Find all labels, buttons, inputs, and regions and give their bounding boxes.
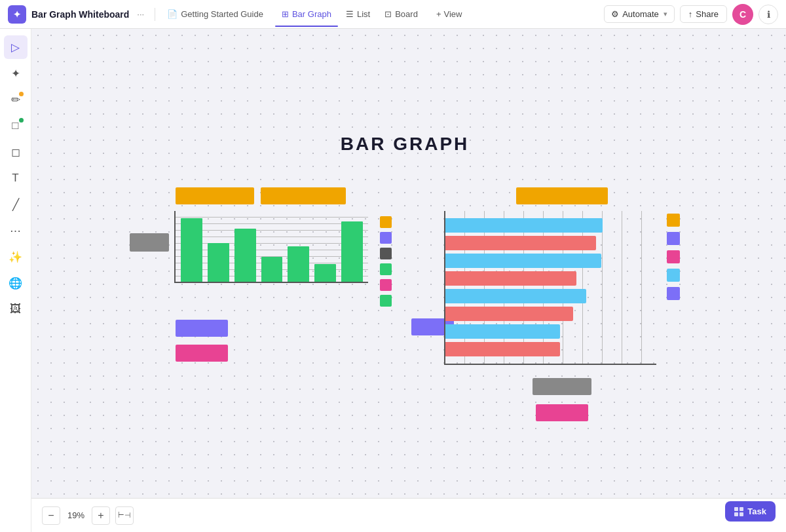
pink-label [176,345,228,362]
below-right-labels [444,378,680,421]
hbar-red-1 [445,236,596,250]
purple-label [176,320,228,337]
hbar-row-5 [445,289,656,303]
pen-tool[interactable]: ✏ [4,88,28,111]
automate-button[interactable]: ⚙ Automate ▾ [604,5,675,23]
right-chart-legend [667,214,680,300]
legend-color-purple [380,232,392,244]
board-tab-icon: ⊡ [384,9,392,19]
topbar-right: ⚙ Automate ▾ ↑ Share C ℹ [604,4,778,25]
rlegend-blue [667,269,680,282]
text-tool[interactable]: T [4,166,28,190]
legend-color-green [380,263,392,275]
hbar-red-4 [445,342,560,356]
orange-label-right [444,187,680,204]
legend-color-green2 [380,295,392,307]
image-tool[interactable]: 🖼 [4,297,28,321]
dropdown-icon: ▾ [664,10,667,18]
hbar-red-2 [445,271,576,286]
horizontal-bar-chart [444,187,680,421]
topbar: ✦ Bar Graph Whiteboard ··· 📄 Getting Sta… [0,0,786,29]
legend-item-2 [380,232,392,244]
hbar-chart [444,211,656,365]
hbar-row-4 [445,271,656,286]
line-tool[interactable]: ╱ [4,193,28,216]
shape-tool[interactable]: □ [4,114,28,138]
zoom-percentage: 19% [66,510,86,520]
list-tab-icon: ☰ [346,9,354,19]
share-icon: ↑ [688,9,693,19]
shape-tool-dot [19,118,24,123]
zoom-fit-button[interactable]: ⊢⊣ [115,506,134,525]
tab-bar-graph[interactable]: ⊞ Bar Graph [275,5,338,23]
info-button[interactable]: ℹ [758,5,778,24]
hbar-row-8 [445,342,656,356]
zoom-out-button[interactable]: − [42,506,60,525]
rlegend-purple2 [667,287,680,300]
info-icon: ℹ [767,9,770,20]
hbar-row-3 [445,254,656,268]
app-logo[interactable]: ✦ [8,5,26,24]
doc-label: Getting Started Guide [181,9,263,19]
zoom-in-button[interactable]: + [92,506,110,525]
task-grid-icon [734,507,743,516]
view-plus-icon: + [436,9,441,19]
board-tab-label: Board [395,9,418,19]
legend-item-4 [380,263,392,275]
orange-labels-row [130,187,392,204]
rlegend-purple [667,232,680,245]
more-options-button[interactable]: ··· [134,8,147,20]
hbar-red-3 [445,307,573,321]
task-button[interactable]: Task [725,501,776,522]
bar-chart-vertical [174,211,368,283]
vertical-bar-chart [130,187,392,362]
tab-board[interactable]: ⊡ Board [378,5,424,23]
hbar-blue-1 [445,218,603,233]
cursor-tool[interactable]: ▷ [4,35,28,59]
canvas-area[interactable]: BAR GRAPH [31,29,786,532]
bar-6 [314,264,336,282]
legend-item-5 [380,279,392,291]
legend-item-3 [380,248,392,259]
orange-label-1 [176,187,254,204]
ai-tool[interactable]: ✨ [4,245,28,269]
bar-3 [234,229,256,282]
tab-list[interactable]: ☰ List [339,5,377,23]
sticky-tool[interactable]: ◻ [4,140,28,164]
hbar-blue-4 [445,324,560,339]
automate-icon: ⚙ [611,9,619,19]
whiteboard-content: BAR GRAPH [110,134,700,421]
legend-color-pink [380,279,392,291]
whiteboard-title: BAR GRAPH [110,134,700,155]
hbar-blue-2 [445,254,601,268]
gray-label-right [533,378,591,395]
bottom-bar: − 19% + ⊢⊣ [31,498,786,532]
rlegend-orange [667,214,680,227]
bar-5 [288,246,309,282]
task-label: Task [747,506,766,516]
legend-color-orange [380,216,392,228]
main-area: ▷ ✦ ✏ □ ◻ T ╱ ⋯ ✨ 🌐 🖼 BAR GRAPH [0,29,786,532]
connect-tool[interactable]: ⋯ [4,219,28,242]
legend-item-1 [380,216,392,228]
rlegend-pink [667,250,680,263]
view-button[interactable]: + View [430,6,469,22]
pen-tool-dot [19,92,24,96]
globe-tool[interactable]: 🌐 [4,271,28,295]
orange-label-right-box [516,187,608,204]
bar-graph-tab-label: Bar Graph [292,9,331,19]
bar-1 [181,218,202,282]
left-toolbar: ▷ ✦ ✏ □ ◻ T ╱ ⋯ ✨ 🌐 🖼 [0,29,31,532]
gray-sidebar [130,233,169,252]
divider [155,8,155,21]
below-left-labels [176,320,392,362]
zoom-fit-icon: ⊢⊣ [118,511,131,520]
getting-started-link[interactable]: 📄 Getting Started Guide [163,7,267,22]
share-label: Share [696,9,719,19]
magic-tool[interactable]: ✦ [4,62,28,85]
share-button[interactable]: ↑ Share [680,5,727,23]
left-chart-legend [380,216,392,307]
avatar[interactable]: C [732,4,753,25]
hbar-row-2 [445,236,656,250]
view-label: View [443,9,462,19]
